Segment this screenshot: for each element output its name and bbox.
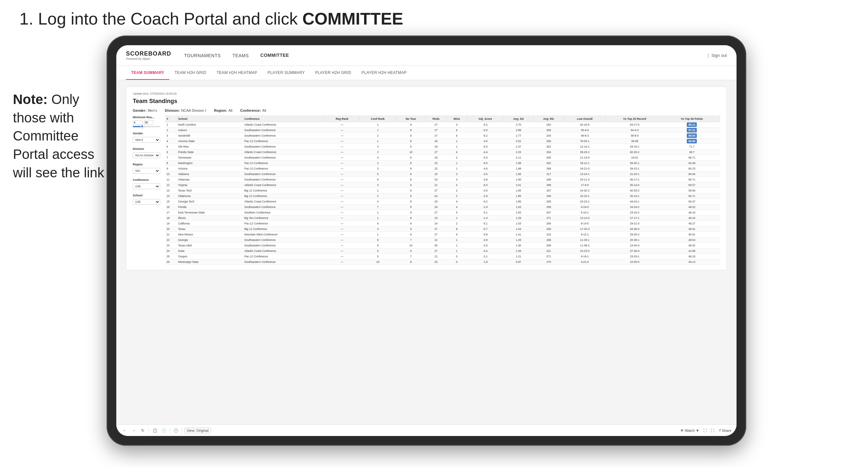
sub-nav-team-h2h-heatmap[interactable]: TEAM H2H HEATMAP — [211, 66, 262, 80]
cell-reg-rank: — — [324, 259, 359, 265]
cell-rank: 21 — [166, 232, 177, 238]
cell-low-overall: 16-21-0 — [564, 166, 606, 172]
toolbar-clock-icon[interactable]: 🕐 — [173, 427, 179, 434]
cell-rank: 7 — [166, 155, 177, 160]
sub-nav-team-summary[interactable]: TEAM SUMMARY — [126, 66, 169, 80]
table-row: 16 Florida Southeastern Conference — 7 9… — [166, 205, 720, 210]
cell-rank: 22 — [166, 238, 177, 243]
cell-conf-rank: 3 — [359, 183, 396, 188]
nav-committee[interactable]: COMMITTEE — [260, 51, 289, 60]
sub-nav-player-h2h-heatmap[interactable]: PLAYER H2H HEATMAP — [356, 66, 412, 80]
cell-school: Georgia Tech — [177, 199, 243, 205]
cell-avg-sg: 2.88 — [504, 128, 533, 133]
cell-wins: 4 — [446, 183, 467, 188]
cell-vs-top25: 44-24-1 — [606, 199, 664, 205]
table-row: 8 Washington Pac-12 Conference — 2 8 23 … — [166, 160, 720, 166]
toolbar-refresh-icon[interactable]: ↻ — [140, 427, 146, 434]
cell-avg-sg: 1.39 — [504, 248, 533, 254]
col-avg-rd: Avg. Rd. — [533, 116, 564, 122]
cell-avg-rd: 268 — [533, 183, 564, 188]
cell-avg-rd: 271 — [533, 215, 564, 221]
table-row: 21 New Mexico Mountain West Conference —… — [166, 232, 720, 238]
logo-area: SCOREBOARD Powered by clippd — [126, 51, 171, 60]
toolbar-paste-icon[interactable]: 📄 — [160, 427, 167, 434]
conference-select[interactable]: (All) — [133, 183, 160, 189]
cell-rank: 20 — [166, 226, 177, 232]
toolbar-forward-icon[interactable]: → — [130, 427, 137, 434]
sub-nav-player-h2h-grid[interactable]: PLAYER H2H GRID — [310, 66, 356, 80]
cell-school: Auburn — [177, 128, 243, 133]
toolbar-right: 👁 Watch ▼ ⛶ ⛶ ↗ Share — [680, 428, 731, 432]
toolbar-copy-icon[interactable]: 📋 — [152, 427, 158, 434]
cell-reg-rank: — — [324, 238, 359, 243]
sub-nav-team-h2h-grid[interactable]: TEAM H2H GRID — [169, 66, 211, 80]
col-avg-sg: Avg. SG — [504, 116, 533, 122]
cell-wins: 1 — [446, 238, 467, 243]
cell-conference: Atlantic Coast Conference — [243, 199, 324, 205]
watch-btn[interactable]: 👁 Watch ▼ — [680, 429, 700, 432]
cell-reg-rank: — — [324, 133, 359, 138]
cell-adj-score: -2.0 — [467, 243, 504, 248]
cell-wins: 3 — [446, 172, 467, 177]
standings-table: # School Conference Reg Rank Conf Rank N… — [165, 116, 720, 265]
cell-wins: 1 — [446, 166, 467, 172]
cell-vs-top50: 89.11 — [664, 122, 720, 128]
table-row: 1 North Carolina Atlantic Coast Conferen… — [166, 122, 720, 128]
cell-adj-score: -5.1 — [467, 221, 504, 226]
cell-avg-rd: 258 — [533, 205, 564, 210]
share-btn[interactable]: ↗ Share — [718, 428, 731, 432]
max-input[interactable] — [144, 120, 153, 125]
col-reg-rank: Reg Rank — [324, 116, 359, 122]
cell-avg-rd: 262 — [533, 160, 564, 166]
sub-nav-player-summary[interactable]: PLAYER SUMMARY — [262, 66, 310, 80]
cell-school: North Carolina — [177, 122, 243, 128]
cell-avg-rd: 271 — [533, 254, 564, 259]
nav-teams[interactable]: TEAMS — [232, 52, 249, 59]
cell-rnds: 27 — [426, 128, 446, 133]
cell-adj-score: -1.4 — [467, 215, 504, 221]
cell-avg-rd: 264 — [533, 150, 564, 155]
step-instruction: 1. Log into the Coach Portal and click C… — [20, 9, 403, 28]
cell-conf-rank: 5 — [359, 172, 396, 177]
table-row: 25 Oregon Pac-12 Conference — 5 7 21 0 -… — [166, 254, 720, 259]
cell-rank: 6 — [166, 150, 177, 155]
table-row: 17 East Tennessee State Southern Confere… — [166, 210, 720, 215]
cell-wins: 1 — [446, 144, 467, 150]
cell-rank: 1 — [166, 122, 177, 128]
division-select[interactable]: NCAA Division I — [133, 152, 160, 158]
cell-low-overall: 10-23-0 — [564, 248, 606, 254]
cell-adj-score: -2.9 — [467, 193, 504, 199]
cell-conference: Big 12 Conference — [243, 226, 324, 232]
school-select[interactable]: (All) — [133, 199, 160, 205]
cell-school: Mississippi State — [177, 259, 243, 265]
cell-conference: Southeastern Conference — [243, 133, 324, 138]
cell-vs-top25: 37-30-0 — [606, 248, 664, 254]
cell-school: Vanderbilt — [177, 133, 243, 138]
content-wrapper: Minimum Rou... Gender — [133, 116, 720, 265]
cell-vs-top25: 35-14-0 — [606, 183, 664, 188]
region-select[interactable]: N/A All — [133, 168, 160, 174]
cell-rank: 18 — [166, 215, 177, 221]
min-input[interactable] — [133, 120, 143, 125]
sign-out-link[interactable]: Sign out — [711, 53, 727, 58]
toolbar-icon-btn[interactable]: ⛶ — [703, 429, 707, 432]
col-conf-rank: Conf Rank — [359, 116, 396, 122]
cell-reg-rank: — — [324, 155, 359, 160]
fullscreen-btn[interactable]: ⛶ — [711, 429, 714, 432]
toolbar-separator-2 — [169, 428, 170, 433]
cell-reg-rank: — — [324, 215, 359, 221]
cell-avg-sg: 0.97 — [504, 259, 533, 265]
cell-vs-top50: 60.71 — [664, 193, 720, 199]
cell-no-tour: 8 — [396, 138, 426, 144]
cell-school: Oklahoma — [177, 193, 243, 199]
cell-no-tour: 9 — [396, 128, 426, 133]
nav-tournaments[interactable]: TOURNAMENTS — [184, 52, 221, 59]
gender-select[interactable]: Men's Women's — [133, 137, 160, 143]
cell-adj-score: -4.6 — [467, 166, 504, 172]
cell-reg-rank: — — [324, 243, 359, 248]
col-no-tour: No Tour — [396, 116, 426, 122]
toolbar-back-icon[interactable]: ← — [121, 427, 128, 434]
cell-conf-rank: 3 — [359, 144, 396, 150]
view-original-btn[interactable]: View: Original — [184, 428, 211, 433]
cell-wins: 8 — [446, 226, 467, 232]
